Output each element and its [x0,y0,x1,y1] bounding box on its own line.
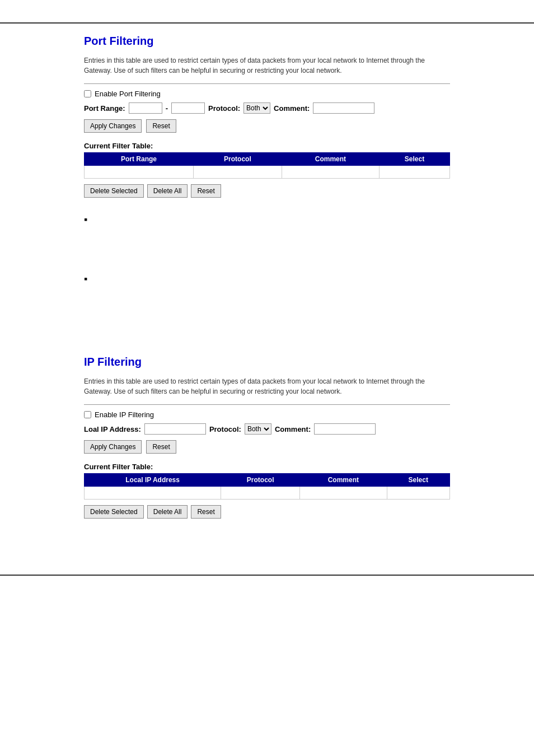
ip-filter-table: Local IP Address Protocol Comment Select [84,473,450,500]
ip-table-col-comment: Comment [300,474,387,487]
spacer-1 [0,235,534,251]
bottom-border [0,575,534,576]
ip-table-col-local-ip: Local IP Address [85,474,221,487]
port-filtering-form: Enable Port Filtering Port Range: - Prot… [84,90,450,133]
ip-reset-button[interactable]: Reset [146,440,176,454]
port-table-empty-cell-1 [85,166,194,179]
local-ip-input[interactable] [144,423,206,435]
port-table-empty-cell-4 [379,166,449,179]
enable-ip-filtering-row: Enable IP Filtering [84,410,450,419]
spacer-3 [0,294,534,311]
ip-table-col-protocol: Protocol [221,474,300,487]
ip-table-empty-cell-2 [221,487,300,500]
spacer-2 [0,251,534,268]
spacer-5 [0,328,534,344]
bullet-dot-1: ▪ [84,214,87,225]
ip-table-header-row: Local IP Address Protocol Comment Select [85,474,450,487]
port-reset-button[interactable]: Reset [146,119,176,133]
port-delete-all-button[interactable]: Delete All [147,184,188,198]
ip-table-reset-button[interactable]: Reset [191,505,221,519]
ip-protocol-select[interactable]: Both TCP UDP [245,423,271,435]
port-range-row: Port Range: - Protocol: Both TCP UDP Com… [84,102,450,114]
spacer-bottom-2 [0,547,534,563]
port-start-input[interactable] [129,102,162,114]
port-table-empty-cell-3 [282,166,379,179]
port-filtering-description: Entries in this table are used to restri… [84,55,450,76]
port-filter-table: Port Range Protocol Comment Select [84,152,450,179]
enable-port-filtering-checkbox[interactable] [84,90,91,97]
port-range-dash: - [166,104,168,113]
ip-protocol-label: Protocol: [209,425,241,433]
port-table-col-port-range: Port Range [85,153,194,166]
enable-port-filtering-label: Enable Port Filtering [95,90,161,98]
port-filtering-title: Port Filtering [84,35,450,48]
port-table-reset-button[interactable]: Reset [191,184,221,198]
ip-delete-all-button[interactable]: Delete All [147,505,188,519]
ip-filtering-description: Entries in this table are used to restri… [84,376,450,396]
port-filtering-section: Port Filtering Entries in this table are… [0,24,534,209]
bullet-section-1: ▪ [0,209,534,235]
ip-filtering-section: IP Filtering Entries in this table are u… [0,344,534,530]
port-table-empty-cell-2 [193,166,282,179]
bullet-item-2: ▪ [84,274,450,284]
port-filtering-button-row: Apply Changes Reset [84,119,450,133]
ip-filtering-title: IP Filtering [84,356,450,368]
protocol-label: Protocol: [208,104,240,113]
port-end-input[interactable] [171,102,205,114]
port-table-col-comment: Comment [282,153,379,166]
ip-filtering-divider [84,404,450,405]
enable-ip-filtering-checkbox[interactable] [84,411,91,418]
bullet-section-2: ▪ [0,268,534,294]
port-apply-button[interactable]: Apply Changes [84,119,142,133]
protocol-select[interactable]: Both TCP UDP [243,102,270,114]
local-ip-label: Loal IP Address: [84,425,141,433]
enable-port-filtering-row: Enable Port Filtering [84,90,450,98]
port-delete-selected-button[interactable]: Delete Selected [84,184,144,198]
ip-table-col-select: Select [387,474,449,487]
spacer-bottom [0,530,534,547]
port-table-header-row: Port Range Protocol Comment Select [85,153,450,166]
ip-table-empty-cell-3 [300,487,387,500]
enable-ip-filtering-label: Enable IP Filtering [95,410,154,419]
ip-table-empty-cell-1 [85,487,221,500]
comment-label: Comment: [274,104,310,113]
ip-apply-button[interactable]: Apply Changes [84,440,142,454]
port-range-label: Port Range: [84,104,125,113]
port-table-empty-row [85,166,450,179]
ip-comment-label: Comment: [275,425,311,433]
page-wrapper: Port Filtering Entries in this table are… [0,22,534,756]
ip-address-row: Loal IP Address: Protocol: Both TCP UDP … [84,423,450,435]
port-current-filter-label: Current Filter Table: [84,142,450,150]
ip-delete-selected-button[interactable]: Delete Selected [84,505,144,519]
ip-table-empty-cell-4 [387,487,449,500]
ip-filtering-form: Enable IP Filtering Loal IP Address: Pro… [84,410,450,454]
spacer-4 [0,311,534,328]
ip-table-button-row: Delete Selected Delete All Reset [84,505,450,519]
port-filtering-divider [84,83,450,84]
port-table-button-row: Delete Selected Delete All Reset [84,184,450,198]
port-table-col-protocol: Protocol [193,153,282,166]
port-table-col-select: Select [379,153,449,166]
bullet-item-1: ▪ [84,214,450,225]
ip-current-filter-label: Current Filter Table: [84,463,450,471]
bullet-dot-2: ▪ [84,274,87,284]
port-comment-input[interactable] [313,102,374,114]
ip-table-empty-row [85,487,450,500]
ip-filtering-button-row: Apply Changes Reset [84,440,450,454]
ip-comment-input[interactable] [314,423,376,435]
